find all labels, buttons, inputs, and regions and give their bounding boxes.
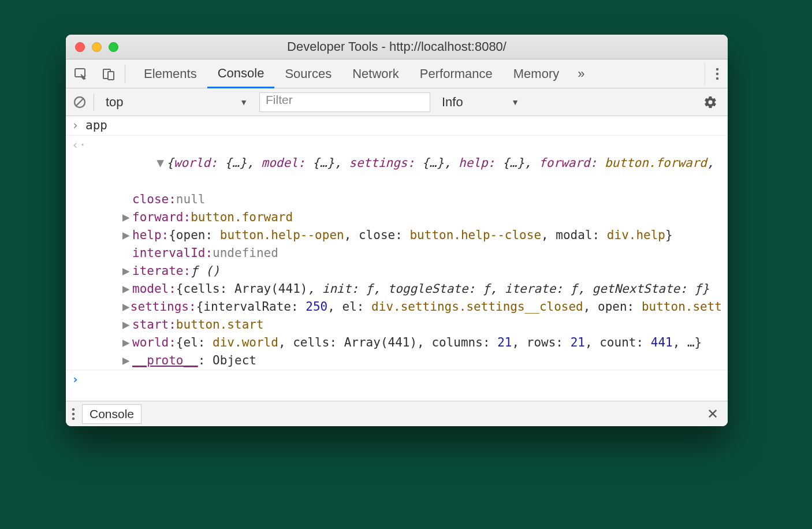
svg-rect-0 <box>75 69 85 77</box>
object-property-row[interactable]: intervalId: undefined <box>66 244 728 262</box>
tab-console[interactable]: Console <box>207 60 275 88</box>
svg-point-3 <box>716 68 718 70</box>
console-prompt[interactable]: › <box>66 370 728 389</box>
drawer-tab-console[interactable]: Console <box>82 404 141 424</box>
window-title: Developer Tools - http://localhost:8080/ <box>66 39 728 54</box>
divider <box>94 94 94 111</box>
prompt-caret-icon: › <box>72 117 85 135</box>
disclosure-closed-icon[interactable]: ▶ <box>122 262 132 280</box>
object-property-row[interactable]: ▶model: {cells: Array(441), init: ƒ, tog… <box>66 280 728 298</box>
object-property-row[interactable]: ▶world: {el: div.world, cells: Array(441… <box>66 334 728 352</box>
svg-point-7 <box>72 408 75 411</box>
drawer-bar: Console ✕ <box>66 401 728 426</box>
filter-input[interactable]: Filter <box>259 92 430 112</box>
result-caret-icon: ‹· <box>72 136 85 190</box>
console-input-echo: › app <box>66 116 728 136</box>
clear-console-icon[interactable] <box>72 94 88 110</box>
tab-sources[interactable]: Sources <box>274 59 342 88</box>
svg-rect-2 <box>108 72 114 80</box>
svg-point-4 <box>716 72 718 75</box>
context-value: top <box>106 95 124 110</box>
tab-network[interactable]: Network <box>342 59 409 88</box>
device-toolbar-icon[interactable] <box>96 62 121 85</box>
drawer-menu-icon[interactable] <box>72 408 75 420</box>
titlebar: Developer Tools - http://localhost:8080/ <box>66 35 728 59</box>
chevron-down-icon: ▼ <box>511 98 519 107</box>
svg-point-9 <box>72 417 75 420</box>
panel-tabbar: Elements Console Sources Network Perform… <box>66 59 728 88</box>
disclosure-closed-icon[interactable]: ▶ <box>122 334 132 352</box>
object-property-row[interactable]: ▶settings: {intervalRate: 250, el: div.s… <box>66 298 728 316</box>
tab-elements[interactable]: Elements <box>133 59 207 88</box>
console-output[interactable]: › app ‹· ▼{world: {…}, model: {…}, setti… <box>66 116 728 401</box>
disclosure-open-icon[interactable]: ▼ <box>157 154 166 172</box>
entered-command: app <box>85 117 722 135</box>
console-filterbar: top ▼ Filter Info ▼ <box>66 88 728 116</box>
object-summary[interactable]: ▼{world: {…}, model: {…}, settings: {…},… <box>85 136 722 190</box>
object-property-row[interactable]: ▶help: {open: button.help--open, close: … <box>66 226 728 244</box>
console-result-row: ‹· ▼{world: {…}, model: {…}, settings: {… <box>66 136 728 191</box>
disclosure-closed-icon[interactable]: ▶ <box>122 226 132 244</box>
level-value: Info <box>442 95 463 110</box>
devtools-window: Developer Tools - http://localhost:8080/… <box>66 35 728 426</box>
object-property-row[interactable]: ▶iterate: ƒ () <box>66 262 728 280</box>
settings-menu-icon[interactable] <box>705 62 722 85</box>
console-settings-icon[interactable] <box>703 95 717 109</box>
tab-memory[interactable]: Memory <box>503 59 569 88</box>
disclosure-closed-icon[interactable]: ▶ <box>122 352 132 370</box>
svg-point-8 <box>72 412 75 415</box>
disclosure-closed-icon[interactable]: ▶ <box>122 298 131 316</box>
svg-point-5 <box>716 77 718 80</box>
minimize-window-button[interactable] <box>92 42 102 52</box>
execution-context-select[interactable]: top ▼ <box>100 92 254 112</box>
close-window-button[interactable] <box>75 42 85 52</box>
chevron-down-icon: ▼ <box>240 98 248 107</box>
traffic-lights <box>75 42 118 52</box>
object-property-row[interactable]: close: null <box>66 191 728 208</box>
disclosure-closed-icon[interactable]: ▶ <box>122 316 132 334</box>
disclosure-closed-icon[interactable]: ▶ <box>122 208 132 226</box>
disclosure-closed-icon[interactable]: ▶ <box>122 280 132 298</box>
object-property-row[interactable]: ▶forward: button.forward <box>66 208 728 226</box>
object-property-row[interactable]: ▶__proto__: Object <box>66 352 728 370</box>
tabs-overflow-icon[interactable]: » <box>569 66 593 81</box>
tab-performance[interactable]: Performance <box>409 59 503 88</box>
zoom-window-button[interactable] <box>109 42 118 52</box>
inspect-element-icon[interactable] <box>68 62 94 85</box>
prompt-caret-icon: › <box>72 371 85 389</box>
object-property-row[interactable]: ▶start: button.start <box>66 316 728 334</box>
log-level-select[interactable]: Info ▼ <box>436 92 525 112</box>
close-drawer-icon[interactable]: ✕ <box>703 406 722 422</box>
divider <box>125 65 125 83</box>
